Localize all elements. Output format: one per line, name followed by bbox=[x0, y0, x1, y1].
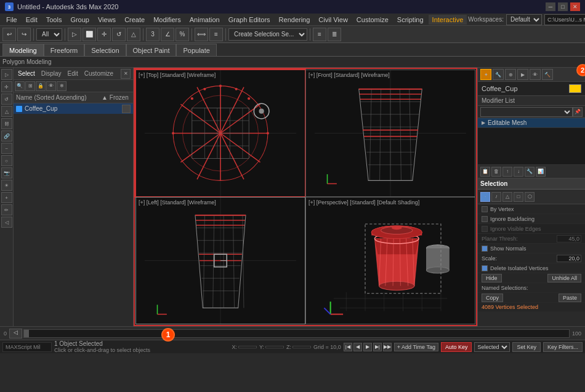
viewport-front[interactable]: [+] [Front] [Standard] [Wireframe] bbox=[306, 70, 475, 196]
sidebar-link-icon[interactable]: ⛓ bbox=[1, 118, 12, 129]
window-controls[interactable]: ─ □ ✕ bbox=[546, 2, 580, 11]
modifier-pin-icon[interactable]: 📌 bbox=[573, 107, 583, 117]
maxscript-listener[interactable]: MAXScript Mil bbox=[2, 342, 52, 352]
mod-icon-4[interactable]: ↓ bbox=[514, 167, 523, 177]
sidebar-toggle-icon[interactable]: ◁ bbox=[1, 217, 12, 228]
mod-icon-5[interactable]: 🔧 bbox=[525, 167, 535, 177]
percent-snap-button[interactable]: % bbox=[176, 28, 189, 41]
mod-icon-1[interactable]: 📋 bbox=[480, 167, 490, 177]
menu-rendering[interactable]: Rendering bbox=[275, 15, 314, 25]
select-button[interactable]: ▷ bbox=[68, 28, 81, 41]
scale-value[interactable]: 20,0 bbox=[557, 255, 581, 262]
scene-tab-display[interactable]: Display bbox=[39, 70, 63, 78]
rotate-button[interactable]: ↺ bbox=[112, 28, 126, 41]
poly-icon[interactable]: □ bbox=[514, 192, 523, 202]
layers-button[interactable]: ≡ bbox=[313, 28, 326, 41]
menu-customize[interactable]: Customize bbox=[353, 15, 392, 25]
menu-scripting[interactable]: Scripting bbox=[393, 15, 427, 25]
create-panel-icon[interactable]: ✦ bbox=[480, 69, 491, 80]
tab-object-paint[interactable]: Object Paint bbox=[126, 44, 177, 56]
scale-button[interactable]: △ bbox=[127, 28, 140, 41]
edge-icon[interactable]: / bbox=[491, 192, 501, 202]
redo-button[interactable]: ↪ bbox=[17, 28, 31, 41]
sidebar-camera-icon[interactable]: 📷 bbox=[1, 167, 12, 178]
viewport-top[interactable]: [+] [Top] [Standard] [Wireframe] bbox=[136, 70, 305, 196]
menu-edit[interactable]: Edit bbox=[22, 15, 41, 25]
play-button[interactable]: ▶ bbox=[363, 343, 372, 351]
planar-thresh-value[interactable]: 45,0 bbox=[557, 235, 581, 242]
sidebar-unlink-icon[interactable]: 🔗 bbox=[1, 130, 12, 142]
unhide-button[interactable]: Unhide All bbox=[547, 274, 581, 282]
paste-button[interactable]: Paste bbox=[559, 294, 581, 302]
undo-button[interactable]: ↩ bbox=[2, 28, 16, 41]
sidebar-move-icon[interactable]: ✛ bbox=[1, 81, 12, 92]
scene-panel-close-icon[interactable]: ✕ bbox=[121, 69, 131, 79]
face-icon[interactable]: △ bbox=[502, 192, 512, 202]
add-time-tag-button[interactable]: + Add Time Tag bbox=[394, 343, 438, 351]
align-button[interactable]: ≡ bbox=[209, 28, 223, 41]
next-key-button[interactable]: ▶| bbox=[373, 343, 382, 351]
mirror-button[interactable]: ⟺ bbox=[195, 28, 208, 41]
viewport-left[interactable]: [+] [Left] [Standard] [Wireframe] bbox=[136, 198, 305, 324]
scene-tab-customize[interactable]: Customize bbox=[83, 70, 115, 78]
menu-group[interactable]: Group bbox=[67, 15, 93, 25]
object-filter-select[interactable]: All bbox=[36, 28, 62, 41]
create-selection-select[interactable]: Create Selection Se... bbox=[228, 28, 307, 41]
workspace-select[interactable]: Default bbox=[506, 14, 542, 25]
sidebar-helper-icon[interactable]: + bbox=[1, 192, 12, 203]
copy-button[interactable]: Copy bbox=[482, 294, 503, 302]
element-icon[interactable]: ⬡ bbox=[525, 192, 535, 202]
maximize-button[interactable]: □ bbox=[558, 2, 568, 11]
menu-interactive[interactable]: Interactive bbox=[429, 15, 467, 25]
scene-lock-icon[interactable]: 🔒 bbox=[36, 81, 46, 91]
ignore-visible-edges-checkbox[interactable] bbox=[482, 226, 488, 232]
menu-views[interactable]: Views bbox=[94, 15, 119, 25]
scene-freeze-icon[interactable]: ❄ bbox=[57, 81, 67, 91]
mod-icon-3[interactable]: ↑ bbox=[502, 167, 512, 177]
timeline-track[interactable] bbox=[23, 329, 570, 338]
sidebar-bind-icon[interactable]: ~ bbox=[1, 143, 12, 154]
scene-item-coffee-cup[interactable]: Coffee_Cup bbox=[14, 103, 133, 114]
vertex-icon[interactable]: · bbox=[480, 192, 490, 202]
sidebar-paint-icon[interactable]: ✏ bbox=[1, 204, 12, 215]
scene-tab-select[interactable]: Select bbox=[16, 70, 37, 78]
mod-icon-6[interactable]: 📊 bbox=[536, 167, 546, 177]
scene-tab-edit[interactable]: Edit bbox=[66, 70, 80, 78]
close-button[interactable]: ✕ bbox=[570, 2, 580, 11]
tab-populate[interactable]: Populate bbox=[176, 44, 216, 56]
by-vertex-checkbox[interactable] bbox=[482, 206, 488, 212]
viewport-perspective[interactable]: [+] [Perspective] [Standard] [Default Sh… bbox=[306, 198, 475, 324]
hierarchy-panel-icon[interactable]: ⊕ bbox=[505, 69, 516, 80]
next-frame-button[interactable]: ▶▶ bbox=[383, 343, 392, 351]
show-normals-checkbox[interactable] bbox=[482, 246, 488, 252]
sidebar-light-icon[interactable]: ☀ bbox=[1, 180, 12, 191]
delete-isolated-checkbox[interactable] bbox=[482, 265, 488, 271]
auto-key-button[interactable]: Auto Key bbox=[441, 342, 472, 352]
modify-panel-icon[interactable]: 🔧 bbox=[493, 69, 504, 80]
tab-freeform[interactable]: Freeform bbox=[44, 44, 85, 56]
selection-section-header[interactable]: Selection bbox=[478, 178, 585, 190]
coord-y-value[interactable] bbox=[265, 346, 284, 348]
tab-selection[interactable]: Selection bbox=[84, 44, 126, 56]
menu-civil-view[interactable]: Civil View bbox=[315, 15, 351, 25]
key-filters-button[interactable]: Key Filters... bbox=[543, 342, 583, 352]
snap-button[interactable]: 3 bbox=[146, 28, 159, 41]
display-panel-icon[interactable]: 👁 bbox=[530, 69, 541, 80]
tab-modeling[interactable]: Modeling bbox=[2, 44, 44, 56]
sidebar-shape-icon[interactable]: ○ bbox=[1, 155, 12, 166]
scene-eye-icon[interactable]: 👁 bbox=[46, 81, 56, 91]
sidebar-select-icon[interactable]: ▷ bbox=[1, 69, 12, 80]
menu-graph-editors[interactable]: Graph Editors bbox=[225, 15, 274, 25]
anim-bar-btn[interactable]: ◁ bbox=[9, 329, 22, 338]
mod-icon-2[interactable]: 🗑 bbox=[491, 167, 501, 177]
select-region-button[interactable]: ⬜ bbox=[83, 28, 96, 41]
prev-key-button[interactable]: ◀ bbox=[353, 343, 362, 351]
move-button[interactable]: ✛ bbox=[97, 28, 111, 41]
scene-item-freeze-box[interactable] bbox=[122, 105, 131, 113]
coord-x-value[interactable] bbox=[238, 346, 257, 348]
sidebar-scale-icon[interactable]: △ bbox=[1, 106, 12, 117]
hide-button[interactable]: Hide bbox=[482, 274, 502, 282]
time-controls[interactable]: |◀ ◀ ▶ ▶| ▶▶ bbox=[344, 343, 392, 351]
ignore-backfacing-checkbox[interactable] bbox=[482, 216, 488, 222]
editable-mesh-item[interactable]: ▶ Editable Mesh bbox=[478, 118, 585, 128]
